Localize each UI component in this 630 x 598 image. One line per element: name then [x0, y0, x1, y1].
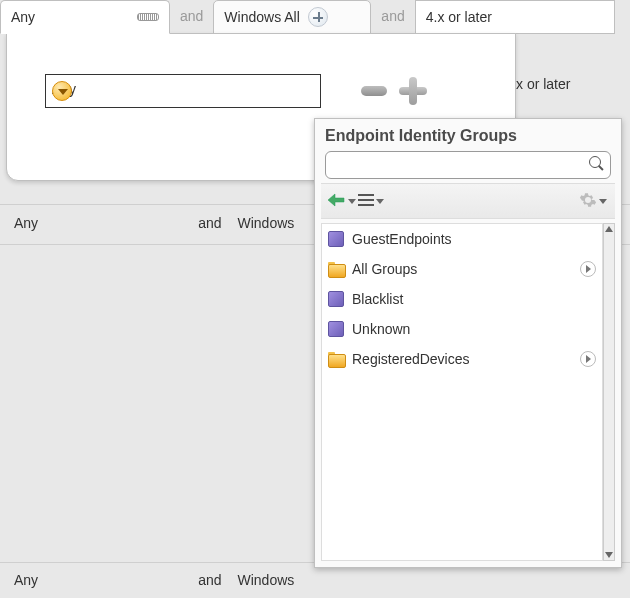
group-icon — [328, 291, 344, 307]
group-icon — [328, 321, 344, 337]
rule-os: Windows — [237, 215, 294, 231]
identity-groups-popup: Endpoint Identity Groups GuestEndpointsA… — [314, 118, 622, 568]
rule-value: Any — [14, 572, 38, 588]
add-condition-button[interactable] — [399, 77, 427, 105]
condition-tab-os[interactable]: Windows All — [213, 0, 371, 34]
settings-button[interactable] — [579, 189, 607, 213]
condition-value: Windows All — [224, 9, 299, 25]
groups-list: GuestEndpointsAll GroupsBlacklistUnknown… — [321, 223, 603, 561]
rule-row: Any and Windows — [14, 572, 294, 588]
scrollbar[interactable] — [603, 223, 615, 561]
list-item-label: GuestEndpoints — [352, 231, 452, 247]
scroll-up-icon[interactable] — [605, 226, 613, 232]
rule-row: Any and Windows — [14, 215, 294, 231]
popup-toolbar — [321, 183, 615, 219]
search-container — [325, 151, 611, 179]
rule-os: Windows — [237, 572, 294, 588]
list-item-label: Blacklist — [352, 291, 403, 307]
and-label: and — [198, 572, 221, 588]
list-item-label: All Groups — [352, 261, 417, 277]
chevron-down-icon — [376, 199, 384, 204]
edit-grip-icon[interactable] — [137, 13, 159, 21]
expand-icon[interactable] — [580, 261, 596, 277]
list-item[interactable]: GuestEndpoints — [322, 224, 602, 254]
condition-value: Any — [11, 9, 35, 25]
and-label: and — [198, 215, 221, 231]
identity-group-select[interactable]: Any — [45, 74, 321, 108]
condition-value: 4.x or later — [426, 9, 492, 25]
scroll-down-icon[interactable] — [605, 552, 613, 558]
back-button[interactable] — [327, 189, 355, 213]
popup-title: Endpoint Identity Groups — [315, 119, 621, 151]
chevron-down-icon — [599, 199, 607, 204]
chevron-down-icon — [348, 199, 356, 204]
view-menu-button[interactable] — [357, 189, 385, 213]
list-item[interactable]: All Groups — [322, 254, 602, 284]
remove-condition-button[interactable] — [361, 86, 387, 96]
gear-icon — [579, 191, 597, 212]
and-label: and — [381, 8, 404, 24]
truncated-label: x or later — [516, 76, 570, 92]
plus-icon[interactable] — [308, 7, 328, 27]
group-icon — [328, 231, 344, 247]
condition-tab-identity[interactable]: Any — [0, 0, 170, 34]
search-icon — [589, 156, 605, 172]
list-item[interactable]: Unknown — [322, 314, 602, 344]
list-icon — [358, 194, 374, 208]
list-item-label: RegisteredDevices — [352, 351, 470, 367]
list-item-label: Unknown — [352, 321, 410, 337]
rule-value: Any — [14, 215, 38, 231]
list-item[interactable]: Blacklist — [322, 284, 602, 314]
folder-icon — [328, 261, 344, 277]
chevron-down-icon — [52, 81, 72, 101]
and-label: and — [180, 8, 203, 24]
condition-tab-version[interactable]: 4.x or later — [415, 0, 615, 34]
list-item[interactable]: RegisteredDevices — [322, 344, 602, 374]
expand-icon[interactable] — [580, 351, 596, 367]
search-input[interactable] — [325, 151, 611, 179]
folder-icon — [328, 351, 344, 367]
